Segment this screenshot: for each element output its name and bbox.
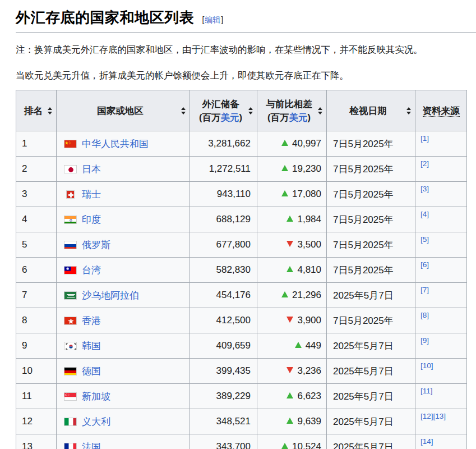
table-row: 12 义大利 348,521 9,639 2025年5月7日 [12][13] [16, 409, 467, 434]
ref-link[interactable]: [7] [420, 286, 429, 294]
date-cell: 7日5月2025年 [327, 207, 415, 232]
change-value: 17,080 [292, 189, 321, 199]
col-header-country[interactable]: 国家或地区 [57, 90, 190, 131]
ref-link[interactable]: [9] [420, 336, 429, 345]
change-cell: 9,639 [257, 409, 327, 434]
sort-icon[interactable] [181, 107, 187, 114]
country-link[interactable]: 德国 [82, 366, 101, 377]
flag-hong-kong-icon [63, 317, 77, 325]
sort-icon[interactable] [47, 107, 53, 114]
date-cell: 7日5月2025年 [327, 131, 415, 157]
change-cell: 10,524 [257, 434, 327, 449]
section-heading: 外汇存底的国家和地区列表 [编辑] [16, 8, 466, 28]
country-link[interactable]: 新加坡 [82, 391, 110, 402]
table-row: 2 日本 1,272,511 19,230 7日5月2025年 [2] [16, 157, 467, 182]
ref-link[interactable]: [6] [420, 260, 429, 269]
reserves-cell: 409,659 [190, 333, 257, 359]
change-value: 449 [306, 340, 321, 351]
country-link[interactable]: 义大利 [82, 416, 110, 427]
country-cell: 俄罗斯 [57, 232, 190, 258]
reserves-cell: 399,435 [190, 359, 257, 384]
usd-link[interactable]: 美元 [221, 112, 239, 122]
change-cell: 6,623 [257, 384, 327, 409]
ref-link[interactable]: [1] [420, 134, 429, 143]
country-cell: 义大利 [57, 409, 190, 434]
flag-south-korea-icon [63, 342, 77, 350]
ref-link[interactable]: [12] [420, 412, 433, 420]
col-header-rank[interactable]: 排名 [16, 90, 57, 131]
change-value: 21,296 [292, 290, 321, 300]
change-cell: 3,236 [257, 359, 327, 384]
reserves-cell: 389,229 [190, 384, 257, 409]
date-cell: 2025年5月7日 [327, 409, 415, 434]
country-link[interactable]: 香港 [82, 315, 101, 326]
ref-link[interactable]: [3] [420, 185, 429, 193]
reference-cell: [7] [415, 283, 467, 308]
reference-cell: [10] [415, 359, 467, 384]
country-link[interactable]: 中华人民共和国 [82, 139, 149, 149]
reserves-cell: 343,700 [190, 434, 257, 449]
reserves-cell: 677,800 [190, 232, 257, 258]
ref-link[interactable]: [2] [420, 159, 429, 168]
col-header-reserves[interactable]: 外汇储备 (百万美元) [190, 90, 257, 131]
usd-link[interactable]: 美元 [289, 112, 308, 122]
country-link[interactable]: 法国 [82, 442, 101, 449]
rank-cell: 7 [16, 283, 57, 308]
page-title: 外汇存底的国家和地区列表 [16, 10, 194, 26]
country-cell: 瑞士 [57, 182, 190, 207]
change-value: 3,900 [297, 315, 321, 326]
rank-cell: 6 [16, 258, 57, 283]
col-header-change-unit: (百万美元) [262, 111, 316, 124]
country-cell: 德国 [57, 359, 190, 384]
country-link[interactable]: 日本 [82, 164, 101, 175]
sort-icon[interactable] [406, 107, 412, 114]
col-header-change-label: 与前比相差 [262, 97, 316, 111]
country-link[interactable]: 台湾 [82, 265, 101, 276]
ref-link[interactable]: [8] [420, 311, 429, 319]
change-value: 6,623 [297, 391, 321, 401]
up-triangle-icon [281, 165, 288, 171]
country-link[interactable]: 韩国 [82, 341, 101, 351]
reserves-cell: 943,110 [190, 182, 257, 207]
reference-cell: [11] [415, 384, 467, 409]
country-link[interactable]: 印度 [82, 214, 101, 225]
change-cell: 40,997 [257, 131, 327, 157]
reference-cell: [14] [415, 434, 467, 449]
table-row: 3 瑞士 943,110 17,080 7日5月2025年 [3] [16, 182, 467, 207]
country-link[interactable]: 俄罗斯 [82, 240, 110, 250]
country-link[interactable]: 瑞士 [82, 189, 101, 200]
date-cell: 7日5月2025年 [327, 157, 415, 182]
flag-saudi-arabia-icon [63, 291, 77, 300]
change-cell: 4,810 [257, 258, 327, 283]
up-triangle-icon [286, 418, 293, 424]
col-header-change[interactable]: 与前比相差 (百万美元) [257, 90, 327, 131]
flag-india-icon [63, 216, 77, 224]
country-link[interactable]: 沙乌地阿拉伯 [82, 290, 139, 301]
flag-france-icon [63, 443, 77, 449]
flag-italy-icon [63, 418, 77, 426]
reference-cell: [8] [415, 308, 467, 333]
table-row: 6 台湾 582,830 4,810 7日5月2025年 [6] [16, 258, 467, 283]
ref-link[interactable]: [4] [420, 210, 429, 218]
date-cell: 2025年5月7日 [327, 283, 415, 308]
col-header-date[interactable]: 检视日期 [327, 90, 415, 131]
ref-link[interactable]: [10] [420, 361, 433, 370]
sort-icon[interactable] [317, 107, 324, 114]
edit-link[interactable]: 编辑 [205, 15, 220, 24]
rank-cell: 3 [16, 182, 57, 207]
ref-link[interactable]: [14] [420, 437, 433, 446]
country-cell: 台湾 [57, 258, 190, 283]
sort-icon[interactable] [248, 107, 254, 114]
col-header-country-label: 国家或地区 [97, 106, 144, 116]
table-row: 7 沙乌地阿拉伯 454,176 21,296 2025年5月7日 [7] [16, 283, 467, 308]
note-paragraph-2: 当欧元兑美元升值，折算成美元的帐户馀额便会上升，即使其欧元存底正在下降。 [16, 70, 466, 81]
change-value: 40,997 [292, 138, 321, 149]
unit-prefix: (百万 [267, 112, 289, 122]
col-header-rank-label: 排名 [24, 106, 43, 116]
ref-link[interactable]: [13] [433, 412, 446, 420]
ref-link[interactable]: [11] [420, 387, 433, 395]
country-cell: 韩国 [57, 333, 190, 359]
ref-link[interactable]: [5] [420, 235, 429, 244]
date-cell: 7日5月2025年 [327, 308, 415, 333]
up-triangle-icon [281, 443, 288, 449]
